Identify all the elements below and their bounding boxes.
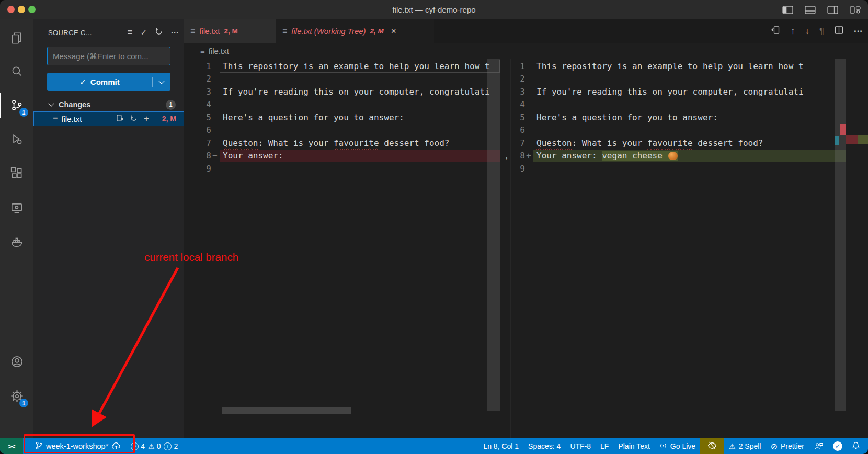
run-debug-icon[interactable] xyxy=(0,127,33,152)
commit-message-input[interactable] xyxy=(47,47,170,65)
more-actions-icon[interactable]: ··· xyxy=(854,27,863,36)
spell-visibility-toggle[interactable] xyxy=(700,438,724,454)
info-count: 2 xyxy=(174,442,178,450)
notifications-item[interactable] xyxy=(847,438,865,454)
eol-item[interactable]: LF xyxy=(596,438,613,454)
pie-emoji: 🥧 xyxy=(668,152,678,160)
close-tab-icon[interactable]: × xyxy=(391,26,396,37)
extensions-icon[interactable] xyxy=(0,161,33,186)
error-count: 4 xyxy=(141,442,145,450)
warning-icon: ⚠ xyxy=(729,442,736,450)
feedback-item[interactable] xyxy=(809,438,828,454)
overview-ruler-deleted-mark xyxy=(846,135,858,144)
code-line: 2 xyxy=(511,73,846,86)
bell-icon xyxy=(852,441,860,451)
spell-status-item[interactable]: ⚠ 2 Spell xyxy=(724,438,766,454)
collapse-chevron-icon xyxy=(48,100,54,106)
sidebar-title: SOURCE C... xyxy=(48,29,92,37)
remote-indicator[interactable]: >< xyxy=(0,438,23,454)
split-editor-icon[interactable] xyxy=(834,25,844,37)
docker-icon[interactable] xyxy=(0,230,33,255)
branch-status-item[interactable]: week-1-workshop* xyxy=(30,438,126,454)
warning-icon: ⚠ xyxy=(148,442,155,450)
error-icon: × xyxy=(131,442,139,450)
left-pane-scrollbar[interactable] xyxy=(487,59,500,411)
tab-status: 2, M xyxy=(370,27,384,35)
code-line: 3If you're reading this on your computer… xyxy=(511,85,846,98)
toggle-primary-sidebar-icon[interactable] xyxy=(782,6,793,14)
cursor-position-item[interactable]: Ln 8, Col 1 xyxy=(478,438,523,454)
diff-editor: 1This repository is an example to help y… xyxy=(184,59,868,438)
code-line: 4 xyxy=(511,98,846,111)
tab-file-txt-working-tree[interactable]: ≡ file.txt (Working Tree) 2, M × xyxy=(276,19,434,43)
diff-sash[interactable] xyxy=(510,59,511,438)
deleted-code-line: 8−Your answer: xyxy=(184,150,500,163)
accounts-icon[interactable] xyxy=(0,349,33,374)
more-actions-icon[interactable]: ··· xyxy=(171,28,179,37)
toggle-secondary-sidebar-icon[interactable] xyxy=(827,6,838,14)
horizontal-scrollbar[interactable] xyxy=(222,407,351,414)
overview-deleted-mark xyxy=(840,124,846,135)
search-icon[interactable] xyxy=(0,59,33,84)
extension-status-item[interactable]: ✓ xyxy=(828,438,847,454)
discard-changes-icon[interactable] xyxy=(130,114,138,124)
code-line: 9 xyxy=(511,162,846,175)
problems-status-item[interactable]: × 4 ⚠ 0 i 2 xyxy=(126,438,182,454)
check-icon: ✓ xyxy=(79,77,86,87)
file-icon: ≡ xyxy=(53,114,58,123)
slash-circle-icon: ⊘ xyxy=(770,441,777,451)
stage-changes-icon[interactable]: + xyxy=(144,114,149,124)
previous-change-icon[interactable]: ↑ xyxy=(791,27,795,36)
window-title: file.txt — cyf-demo-repo xyxy=(0,0,868,19)
code-line: 1This repository is an example to help y… xyxy=(511,60,846,73)
whitespace-pilcrow-icon[interactable]: ¶ xyxy=(819,27,824,36)
manage-gear-icon[interactable]: 1 xyxy=(0,383,33,408)
toggle-panel-icon[interactable] xyxy=(805,6,816,14)
language-mode-item[interactable]: Plain Text xyxy=(613,438,654,454)
explorer-icon[interactable] xyxy=(0,26,33,51)
tab-label: file.txt (Working Tree) xyxy=(291,27,366,36)
annotation-label: current local branch xyxy=(144,251,238,264)
diff-original-pane[interactable]: 1This repository is an example to help y… xyxy=(184,59,500,438)
file-icon: ≡ xyxy=(282,27,287,36)
activity-bar: 1 1 xyxy=(0,19,33,438)
diff-modified-pane[interactable]: 1This repository is an example to help y… xyxy=(511,59,846,438)
commit-button-label: Commit xyxy=(90,77,120,86)
commit-dropdown-button[interactable] xyxy=(153,81,170,83)
commit-check-icon[interactable]: ✓ xyxy=(140,28,147,37)
breadcrumb[interactable]: ≡ file.txt xyxy=(184,43,868,59)
remote-explorer-icon[interactable] xyxy=(0,196,33,221)
commit-button[interactable]: ✓ Commit xyxy=(47,73,170,91)
feedback-person-icon xyxy=(814,441,824,451)
prettier-item[interactable]: ⊘ Prettier xyxy=(766,438,809,454)
next-change-icon[interactable]: ↓ xyxy=(805,27,809,36)
source-control-icon[interactable]: 1 xyxy=(0,93,33,118)
customize-layout-icon[interactable] xyxy=(850,6,861,14)
open-file-icon[interactable] xyxy=(771,25,781,37)
branch-name: week-1-workshop* xyxy=(46,442,108,450)
view-as-list-icon[interactable]: ≡ xyxy=(128,27,133,38)
info-icon: i xyxy=(164,442,172,450)
tab-status: 2, M xyxy=(224,27,238,35)
inserted-code-line: 8+Your answer: vegan cheese 🥧 xyxy=(511,150,846,163)
code-line: 5Here's a question for you to answer: xyxy=(184,111,500,124)
encoding-item[interactable]: UTF-8 xyxy=(565,438,596,454)
eye-off-icon xyxy=(707,441,717,451)
indentation-item[interactable]: Spaces: 4 xyxy=(523,438,565,454)
publish-cloud-icon xyxy=(111,442,121,451)
file-icon: ≡ xyxy=(190,27,195,36)
open-file-icon[interactable] xyxy=(116,114,123,124)
title-bar: file.txt — cyf-demo-repo xyxy=(0,0,868,19)
go-live-item[interactable]: Go Live xyxy=(655,438,700,454)
changed-file-row[interactable]: ≡ file.txt + 2, M xyxy=(33,111,184,126)
changes-section-header[interactable]: Changes 1 xyxy=(33,98,184,111)
tab-label: file.txt xyxy=(199,27,220,36)
breadcrumb-file: file.txt xyxy=(209,47,229,55)
source-control-sidebar: SOURCE C... ≡ ✓ ··· ✓ Commit Changes 1 ≡… xyxy=(33,19,184,438)
right-pane-scrollbar[interactable] xyxy=(835,59,846,411)
overview-modified-mark xyxy=(835,136,839,145)
refresh-icon[interactable] xyxy=(155,27,163,38)
warning-count: 0 xyxy=(157,442,161,450)
code-line: 7Queston: What is your favourite dessert… xyxy=(184,137,500,150)
tab-file-txt[interactable]: ≡ file.txt 2, M xyxy=(184,19,276,43)
